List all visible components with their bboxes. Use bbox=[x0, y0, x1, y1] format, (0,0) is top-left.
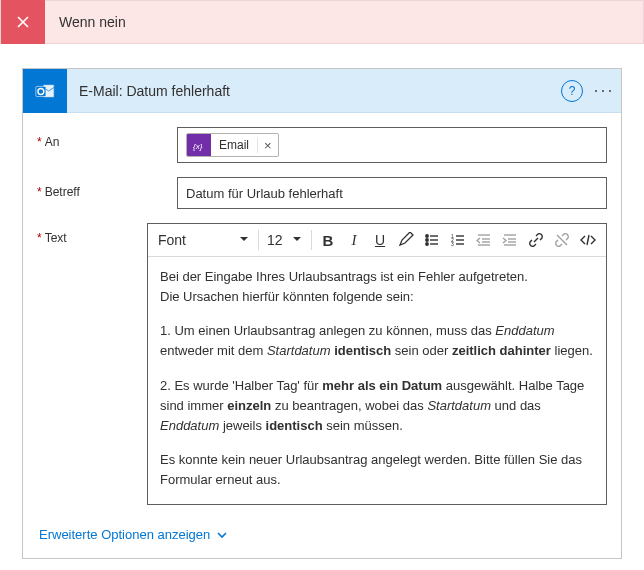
card-menu-button[interactable]: ··· bbox=[589, 80, 619, 101]
subject-input[interactable]: Datum für Urlaub fehlerhaft bbox=[177, 177, 607, 209]
chevron-down-icon bbox=[216, 529, 228, 541]
unlink-button[interactable] bbox=[550, 228, 574, 252]
svg-point-7 bbox=[426, 235, 428, 237]
outdent-button[interactable] bbox=[472, 228, 496, 252]
bold-button[interactable]: B bbox=[316, 228, 340, 252]
svg-line-27 bbox=[557, 235, 567, 245]
code-icon bbox=[579, 232, 597, 248]
codeview-button[interactable] bbox=[576, 228, 600, 252]
caret-down-icon bbox=[291, 232, 303, 248]
underline-button[interactable]: U bbox=[368, 228, 392, 252]
indent-icon bbox=[502, 232, 518, 248]
help-button[interactable]: ? bbox=[561, 80, 583, 102]
body-label: *Text bbox=[37, 223, 147, 245]
advanced-options-toggle[interactable]: Erweiterte Optionen anzeigen bbox=[37, 519, 230, 548]
bullet-list-icon bbox=[424, 232, 440, 248]
svg-text:3: 3 bbox=[451, 241, 454, 247]
token-label: Email bbox=[211, 138, 257, 152]
pen-icon bbox=[398, 232, 414, 248]
to-label: *An bbox=[37, 127, 177, 149]
fx-icon: {x} bbox=[187, 133, 211, 157]
condition-title: Wenn nein bbox=[59, 14, 126, 30]
condition-header: Wenn nein bbox=[0, 0, 644, 44]
card-title: E-Mail: Datum fehlerhaft bbox=[79, 83, 561, 99]
link-button[interactable] bbox=[524, 228, 548, 252]
svg-line-28 bbox=[587, 235, 589, 245]
svg-point-11 bbox=[426, 243, 428, 245]
card-header[interactable]: E-Mail: Datum fehlerhaft ? ··· bbox=[23, 69, 621, 113]
rte-toolbar: Font 12 B I bbox=[148, 224, 606, 257]
svg-point-9 bbox=[426, 239, 428, 241]
body-textarea[interactable]: Bei der Eingabe Ihres Urlaubsantrags ist… bbox=[148, 257, 606, 504]
indent-button[interactable] bbox=[498, 228, 522, 252]
svg-text:{x}: {x} bbox=[193, 142, 203, 151]
close-icon bbox=[15, 14, 31, 30]
outlook-icon bbox=[23, 69, 67, 113]
numbers-button[interactable]: 123 bbox=[446, 228, 470, 252]
italic-button[interactable]: I bbox=[342, 228, 366, 252]
email-action-card: E-Mail: Datum fehlerhaft ? ··· *An {x} E… bbox=[22, 68, 622, 559]
close-button[interactable] bbox=[1, 0, 45, 44]
caret-down-icon bbox=[238, 232, 250, 248]
link-icon bbox=[528, 232, 544, 248]
bullets-button[interactable] bbox=[420, 228, 444, 252]
font-select[interactable]: Font bbox=[154, 230, 254, 250]
body-editor: Font 12 B I bbox=[147, 223, 607, 505]
dynamic-token-email[interactable]: {x} Email × bbox=[186, 133, 279, 157]
outdent-icon bbox=[476, 232, 492, 248]
fontsize-select[interactable]: 12 bbox=[263, 230, 307, 250]
unlink-icon bbox=[554, 232, 570, 248]
token-remove-button[interactable]: × bbox=[257, 138, 278, 153]
number-list-icon: 123 bbox=[450, 232, 466, 248]
highlight-button[interactable] bbox=[394, 228, 418, 252]
to-input[interactable]: {x} Email × bbox=[177, 127, 607, 163]
subject-label: *Betreff bbox=[37, 177, 177, 199]
